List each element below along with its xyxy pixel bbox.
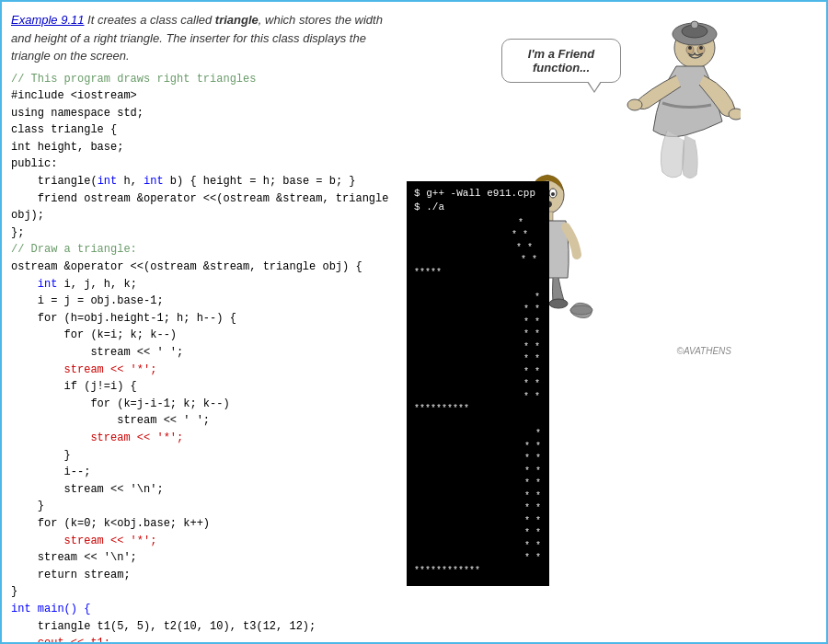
content-area: Example 9.11 It creates a class called t… [2,2,826,644]
term-line-24: * * [414,527,542,540]
right-panel: I'm a Friend function... [407,11,817,644]
code-constructor: triangle(int h, int b) { height = h; bas… [11,175,356,188]
term-line-20: * * [414,477,542,490]
code-main-decl: int main() { [11,603,90,615]
code-for1: for (h=obj.height-1; h; h--) { [11,312,236,325]
code-include: #include <iostream> [11,89,137,102]
code-if: if (j!=i) { [11,380,137,393]
terminal: $ g++ -Wall e911.cpp $ ./a * * * * * * *… [407,181,549,586]
code-comment-2: // Draw a triangle: [11,243,137,256]
term-line-12: * * [414,366,542,379]
term-line-10: * * [414,341,542,354]
code-newline1: stream << '\n'; [11,483,164,496]
term-line-15: ********** [414,403,542,416]
code-stream-star2: stream << '*'; [11,431,183,444]
term-line-8: * * [414,316,542,329]
genie-svg [593,11,741,195]
speech-bubble-text: I'm a Friend function... [528,47,594,75]
term-line-17: * * [414,441,542,454]
svg-point-9 [729,109,741,120]
term-line-16: * [414,428,542,441]
code-operator-decl: ostream &operator <<(ostream &stream, tr… [11,260,362,273]
code-for2: for (k=i; k; k--) [11,328,177,341]
code-stream-space1: stream << ' '; [11,346,183,359]
description: Example 9.11 It creates a class called t… [11,11,397,65]
code-return: return stream; [11,569,131,581]
code-int-decl: int i, j, h, k; [11,278,137,291]
description-text: It creates a class called [85,13,215,27]
code-cout1: cout << t1; [11,637,110,644]
code-decrement: i--; [11,466,90,478]
term-line-2: * * [414,229,542,242]
svg-point-14 [551,192,555,196]
svg-point-8 [627,99,642,110]
code-newline2: stream << '\n'; [11,551,137,564]
code-friend: friend ostream &operator <<(ostream &str… [11,192,388,223]
terminal-compile-cmd: $ g++ -Wall e911.cpp [414,187,542,201]
code-display: // This program draws right triangles #i… [11,71,397,645]
term-line-4: * * [414,254,542,267]
code-func-end: } [11,585,17,598]
term-line-26: * * [414,552,542,565]
svg-point-19 [570,305,592,315]
svg-point-7 [699,46,703,50]
svg-point-3 [691,21,698,29]
main-container: Example 9.11 It creates a class called t… [2,2,826,642]
code-stream-star1: stream << '*'; [11,363,156,376]
term-line-6: * [414,292,542,305]
term-line-18: * * [414,453,542,466]
term-line-5: ***** [414,267,542,280]
left-panel: Example 9.11 It creates a class called t… [11,11,397,644]
code-stream-space2: stream << ' '; [11,414,210,427]
term-blank-2 [414,416,542,429]
term-line-1: * [414,217,542,230]
code-for1-end: } [11,500,44,512]
term-line-13: * * [414,378,542,391]
artist-signature: ©AVATHENS [677,346,731,356]
term-line-7: * * [414,304,542,316]
code-members: int height, base; [11,141,123,154]
example-label: Example 9.11 [11,13,85,27]
terminal-run-cmd: $ ./a [414,201,542,214]
term-line-25: * * [414,540,542,553]
term-line-23: * * [414,515,542,528]
code-using: using namespace std; [11,107,144,120]
term-line-11: * * [414,353,542,366]
term-line-22: * * [414,502,542,515]
code-if-end: } [11,449,71,462]
code-for3: for (k=j-i-1; k; k--) [11,397,230,410]
code-class-decl: class triangle { [11,123,117,136]
code-init: i = j = obj.base-1; [11,294,164,307]
term-line-19: * * [414,466,542,478]
svg-point-6 [688,46,692,50]
code-for4: for (k=0; k<obj.base; k++) [11,517,210,530]
term-line-14: * * [414,391,542,404]
code-stream-star3: stream << '*'; [11,535,156,547]
code-comment-1: // This program draws right triangles [11,73,256,86]
terminal-output: * * * * * * * ***** * * * * * * * * * [414,217,542,578]
code-triangles: triangle t1(5, 5), t2(10, 10), t3(12, 12… [11,620,316,633]
term-blank-1 [414,279,542,292]
class-name-highlight: triangle [215,13,259,27]
term-line-21: * * [414,490,542,503]
term-line-3: * * [414,242,542,255]
code-public: public: [11,157,57,170]
svg-point-18 [549,299,568,308]
code-class-end: }; [11,226,24,239]
term-line-27: ************ [414,565,542,578]
term-line-9: * * [414,328,542,341]
